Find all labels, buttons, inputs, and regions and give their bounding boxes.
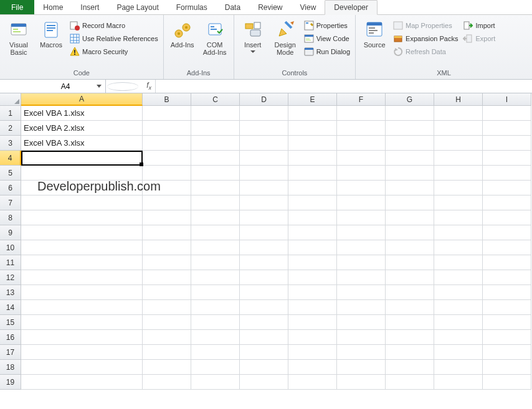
cell[interactable] <box>191 300 240 315</box>
col-header-H[interactable]: H <box>434 93 483 106</box>
cell[interactable] <box>143 240 191 255</box>
cell[interactable] <box>191 181 240 195</box>
source-button[interactable]: Source <box>359 17 389 49</box>
cell[interactable] <box>337 195 386 210</box>
cell[interactable] <box>288 360 337 375</box>
row-header[interactable]: 19 <box>0 375 21 390</box>
cell[interactable] <box>288 210 337 225</box>
cell[interactable] <box>386 166 434 181</box>
cell[interactable] <box>386 345 434 360</box>
cell[interactable] <box>288 285 337 300</box>
cell[interactable] <box>288 300 337 315</box>
tab-data[interactable]: Data <box>216 0 249 14</box>
row-header[interactable]: 8 <box>0 210 21 225</box>
cell[interactable] <box>191 345 240 360</box>
cell[interactable] <box>191 285 240 300</box>
cell[interactable] <box>337 151 386 166</box>
cell[interactable] <box>21 300 143 315</box>
cell[interactable] <box>191 136 240 151</box>
cell[interactable] <box>483 166 531 181</box>
cell[interactable] <box>143 360 191 375</box>
cell[interactable] <box>337 315 386 330</box>
cell[interactable] <box>434 151 483 166</box>
cell[interactable] <box>434 345 483 360</box>
cell[interactable] <box>337 210 386 225</box>
row-header[interactable]: 7 <box>0 195 21 210</box>
cell[interactable] <box>386 181 434 195</box>
tab-review[interactable]: Review <box>249 0 291 14</box>
cell[interactable] <box>143 225 191 240</box>
row-header[interactable]: 1 <box>0 106 21 121</box>
select-all-button[interactable] <box>0 93 21 106</box>
record-macro-button[interactable]: Record Macro <box>69 20 159 31</box>
cell[interactable] <box>483 210 531 225</box>
cell[interactable] <box>288 225 337 240</box>
cell[interactable] <box>191 315 240 330</box>
cell[interactable] <box>483 195 531 210</box>
cell[interactable] <box>240 270 288 285</box>
cell[interactable] <box>240 360 288 375</box>
cell[interactable] <box>288 195 337 210</box>
tab-insert[interactable]: Insert <box>72 0 108 14</box>
cell[interactable] <box>483 225 531 240</box>
use-relative-references-button[interactable]: Use Relative References <box>69 33 159 44</box>
cell[interactable] <box>337 375 386 390</box>
cell[interactable] <box>386 285 434 300</box>
cell[interactable] <box>434 166 483 181</box>
cell[interactable] <box>386 360 434 375</box>
cell[interactable] <box>483 270 531 285</box>
cell[interactable] <box>337 166 386 181</box>
cell[interactable] <box>483 151 531 166</box>
cell[interactable] <box>337 270 386 285</box>
cell[interactable] <box>288 136 337 151</box>
cell[interactable] <box>386 315 434 330</box>
import-button[interactable]: Import <box>462 20 496 31</box>
cell[interactable] <box>434 181 483 195</box>
cell[interactable] <box>143 300 191 315</box>
cell[interactable] <box>337 181 386 195</box>
row-header[interactable]: 13 <box>0 285 21 300</box>
cell[interactable] <box>240 121 288 136</box>
cell[interactable] <box>483 121 531 136</box>
cell[interactable] <box>191 255 240 270</box>
cell[interactable] <box>240 106 288 121</box>
col-header-B[interactable]: B <box>143 93 191 106</box>
cell[interactable] <box>434 106 483 121</box>
cell[interactable] <box>386 136 434 151</box>
cell[interactable] <box>240 285 288 300</box>
cell[interactable]: Excel VBA 2.xlsx <box>21 121 143 136</box>
cell[interactable] <box>21 166 143 181</box>
cell[interactable] <box>240 345 288 360</box>
cell[interactable] <box>483 315 531 330</box>
cell[interactable] <box>288 375 337 390</box>
col-header-G[interactable]: G <box>386 93 434 106</box>
cell[interactable] <box>143 210 191 225</box>
cell[interactable] <box>191 106 240 121</box>
cell[interactable] <box>337 285 386 300</box>
cell[interactable] <box>288 151 337 166</box>
macros-button[interactable]: Macros <box>36 17 66 49</box>
formula-input[interactable] <box>156 82 532 91</box>
cell[interactable] <box>483 181 531 195</box>
cell[interactable] <box>434 270 483 285</box>
row-header[interactable]: 9 <box>0 225 21 240</box>
cell[interactable] <box>240 240 288 255</box>
file-tab[interactable]: File <box>0 0 34 14</box>
cell[interactable] <box>143 106 191 121</box>
cell[interactable] <box>240 210 288 225</box>
name-box[interactable] <box>0 80 106 93</box>
col-header-D[interactable]: D <box>240 93 288 106</box>
cell[interactable] <box>143 375 191 390</box>
cell[interactable] <box>143 166 191 181</box>
cell[interactable] <box>434 195 483 210</box>
cell[interactable] <box>434 225 483 240</box>
cell[interactable] <box>21 210 143 225</box>
cell[interactable] <box>483 285 531 300</box>
cell[interactable] <box>240 151 288 166</box>
col-header-E[interactable]: E <box>288 93 337 106</box>
cell[interactable] <box>143 121 191 136</box>
chevron-down-icon[interactable] <box>97 85 102 88</box>
cell[interactable] <box>386 375 434 390</box>
row-header[interactable]: 14 <box>0 300 21 315</box>
tab-formulas[interactable]: Formulas <box>168 0 216 14</box>
